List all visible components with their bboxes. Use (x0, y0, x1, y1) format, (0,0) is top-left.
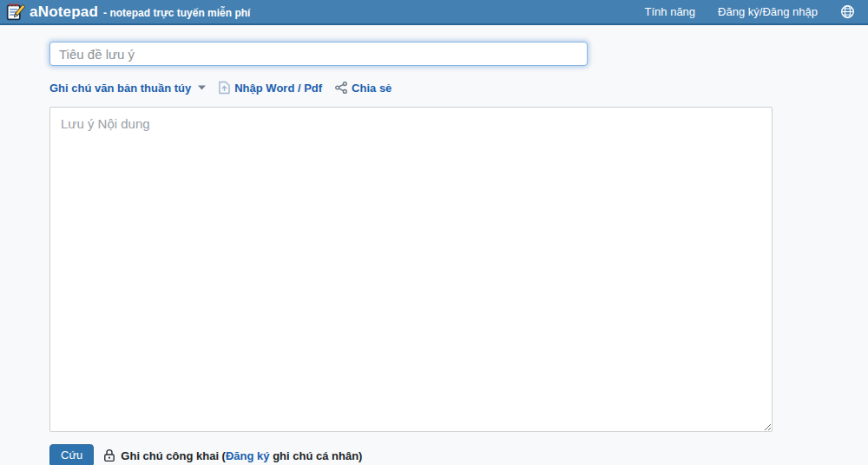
register-note-link[interactable]: Đăng ký (226, 449, 270, 462)
import-label: Nhập Word / Pdf (234, 82, 322, 95)
brand-name[interactable]: aNotepad (30, 3, 98, 21)
note-type-label: Ghi chú văn bản thuần túy (49, 82, 191, 95)
notepad-logo-icon (5, 2, 25, 22)
editor-toolbar: Ghi chú văn bản thuần túy Nhập Word / Pd… (49, 81, 868, 95)
file-upload-icon (219, 81, 230, 95)
navbar-right: Tính năng Đăng ký/Đăng nhập (645, 4, 855, 19)
save-button[interactable]: Cứu (49, 444, 94, 465)
caret-down-icon (198, 85, 206, 90)
import-word-pdf-button[interactable]: Nhập Word / Pdf (219, 81, 322, 95)
note-title-input[interactable] (49, 42, 588, 66)
note-content-textarea[interactable] (49, 107, 773, 432)
nav-link-features[interactable]: Tính năng (645, 5, 696, 18)
visibility-prefix: Ghi chú công khai ( (121, 449, 226, 462)
visibility-text: Ghi chú công khai (Đăng ký ghi chú cá nh… (121, 449, 362, 462)
note-editor: Ghi chú văn bản thuần túy Nhập Word / Pd… (0, 25, 868, 465)
visibility-suffix: ghi chú cá nhân) (270, 449, 363, 462)
brand[interactable]: aNotepad - notepad trực tuyến miễn phí (5, 2, 250, 22)
editor-footer: Cứu Ghi chú công khai (Đăng ký ghi chú c… (49, 444, 868, 465)
lock-icon (103, 449, 115, 462)
nav-link-register-login[interactable]: Đăng ký/Đăng nhập (718, 5, 818, 18)
note-type-dropdown[interactable]: Ghi chú văn bản thuần túy (49, 82, 206, 95)
share-button[interactable]: Chia sẻ (335, 82, 391, 95)
share-icon (335, 82, 347, 94)
share-label: Chia sẻ (352, 82, 391, 95)
navbar: aNotepad - notepad trực tuyến miễn phí T… (0, 0, 868, 25)
brand-tagline: - notepad trực tuyến miễn phí (103, 7, 250, 19)
language-globe-icon[interactable] (840, 4, 855, 19)
visibility-note: Ghi chú công khai (Đăng ký ghi chú cá nh… (103, 449, 362, 462)
